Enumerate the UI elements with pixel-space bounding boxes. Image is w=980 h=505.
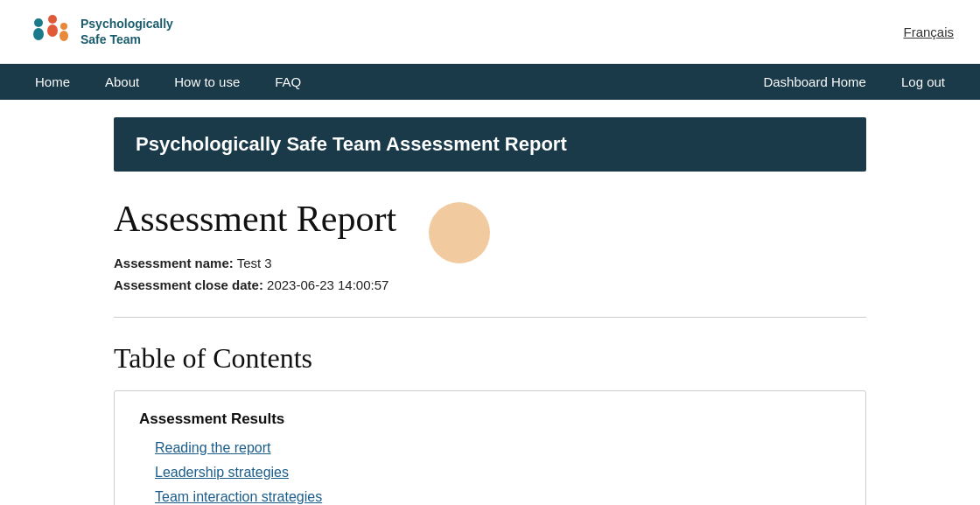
content-divider	[114, 317, 866, 318]
toc-link-team-interaction-strategies[interactable]: Team interaction strategies	[155, 489, 322, 504]
nav-how-to-use[interactable]: How to use	[157, 64, 257, 100]
nav-faq[interactable]: FAQ	[257, 64, 318, 100]
assessment-close-date-line: Assessment close date: 2023-06-23 14:00:…	[114, 277, 866, 292]
nav-about[interactable]: About	[88, 64, 157, 100]
svg-point-4	[60, 23, 67, 30]
logo-area: Psychologically Safe Team	[26, 9, 173, 54]
logo-icon	[26, 9, 72, 54]
logo-text: Psychologically Safe Team	[80, 16, 173, 47]
nav-logout[interactable]: Log out	[884, 64, 962, 100]
list-item: Reading the report	[139, 440, 841, 456]
assessment-name-line: Assessment name: Test 3	[114, 256, 866, 270]
toc-link-reading-report[interactable]: Reading the report	[155, 440, 271, 455]
site-header: Psychologically Safe Team Français	[0, 0, 980, 64]
toc-section-title: Assessment Results	[139, 410, 841, 428]
list-item: Leadership strategies	[139, 465, 841, 480]
main-content: Psychologically Safe Team Assessment Rep…	[96, 117, 884, 505]
language-switch[interactable]: Français	[903, 25, 954, 39]
toc-link-leadership-strategies[interactable]: Leadership strategies	[155, 465, 289, 480]
svg-point-3	[47, 25, 58, 37]
report-banner-title: Psychologically Safe Team Assessment Rep…	[136, 133, 567, 155]
toc-heading: Table of Contents	[114, 342, 866, 375]
list-item: Team interaction strategies	[139, 489, 841, 505]
toc-links-list: Reading the report Leadership strategies…	[139, 440, 841, 505]
nav-home[interactable]: Home	[18, 64, 88, 100]
svg-point-5	[60, 31, 68, 41]
report-banner: Psychologically Safe Team Assessment Rep…	[114, 117, 866, 172]
cursor-indicator	[429, 202, 490, 263]
nav-dashboard-home[interactable]: Dashboard Home	[746, 64, 884, 100]
svg-point-1	[33, 28, 44, 40]
svg-point-2	[48, 15, 57, 24]
svg-point-0	[34, 18, 43, 27]
assessment-heading: Assessment Report	[114, 198, 866, 240]
toc-box: Assessment Results Reading the report Le…	[114, 390, 866, 505]
main-nav: Home About How to use FAQ Dashboard Home…	[0, 64, 980, 100]
